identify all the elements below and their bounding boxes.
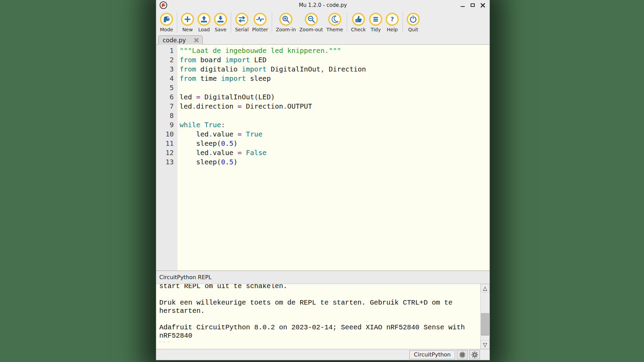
plus-icon [181,13,194,26]
toolbar-separator [347,12,347,32]
repl-output[interactable]: start REPL om uit te schakelen. Druk een… [156,284,480,342]
chip-icon [458,351,466,359]
code-line[interactable]: from digitalio import DigitalInOut, Dire… [180,65,490,74]
settings-button[interactable] [469,350,480,359]
code-line[interactable]: led.value = True [180,130,490,139]
desktop: { "window": { "title": "Mu 1.2.0 - code.… [0,0,644,362]
line-number-gutter: 12345678910111213 [156,45,178,271]
close-icon [480,3,485,8]
swap-arrows-icon [235,13,248,26]
toolbar-button-label: Load [198,27,210,32]
code-line[interactable] [180,83,490,92]
scrollbar-track[interactable] [481,293,490,340]
tab-close-button[interactable] [194,38,199,43]
download-tray-icon [214,13,227,26]
line-number: 10 [156,130,174,139]
quit-button[interactable]: Quit [405,13,421,32]
code-area[interactable]: """Laat de ingebouwde led knipperen."""f… [178,45,490,271]
code-line[interactable]: led.value = False [180,148,490,157]
code-editor[interactable]: 12345678910111213 """Laat de ingebouwde … [156,45,490,271]
toolbar-button-label: Serial [235,27,249,32]
line-number: 3 [156,65,174,74]
check-button[interactable]: Check [349,13,367,32]
crescent-moon-icon [328,13,341,26]
board-mode-indicator[interactable]: CircuitPython [409,350,455,359]
svg-text:?: ? [390,15,394,22]
line-number: 11 [156,139,174,148]
line-number: 9 [156,120,174,130]
mode-button[interactable]: Mode [158,13,175,32]
three-bars-icon [369,13,382,26]
help-button[interactable]: ?Help [384,13,400,32]
power-icon [407,13,420,26]
toolbar-button-label: Save [215,27,226,32]
toolbar-button-label: Help [387,27,398,32]
toolbar-separator [402,12,403,32]
scroll-down-button[interactable]: ▽ [481,340,490,349]
toolbar-button-label: Tidy [371,27,381,32]
code-line[interactable]: from time import sleep [180,74,490,83]
plotter-button[interactable]: Plotter [250,13,270,32]
window-title: Mu 1.2.0 - code.py [156,2,490,8]
magnifier-minus-icon [305,13,318,26]
magnifier-plus-icon [279,13,292,26]
line-number: 6 [156,92,174,102]
thumbs-up-icon [352,13,365,26]
status-bar: CircuitPython [156,349,490,360]
zoom-in-button[interactable]: Zoom-in [274,13,298,32]
line-number: 13 [156,157,174,167]
toolbar-button-label: Check [351,27,366,32]
scrollbar-thumb[interactable] [481,313,489,336]
repl-header-label: CircuitPython REPL [159,274,212,281]
close-x-icon [194,38,199,43]
line-number: 2 [156,55,174,65]
close-button[interactable] [480,2,485,8]
toolbar-button-label: Quit [408,27,418,32]
maximize-button[interactable] [470,2,475,8]
board-mode-label: CircuitPython [414,351,451,358]
toolbar-button-label: Mode [160,27,173,32]
save-button[interactable]: Save [212,13,229,32]
code-line[interactable]: """Laat de ingebouwde led knipperen.""" [180,46,490,55]
serial-button[interactable]: Serial [233,13,250,32]
code-line[interactable]: led = DigitalInOut(LED) [180,92,490,102]
code-line[interactable]: sleep(0.5) [180,139,490,148]
toolbar-button-label: Zoom-in [276,27,296,32]
toolbar-separator [231,12,231,32]
toolbar-button-label: Zoom-out [299,27,323,32]
toolbar-separator [272,12,272,32]
window-controls [460,0,485,10]
repl-header: CircuitPython REPL [156,271,490,284]
zoom-out-button[interactable]: Zoom-out [298,13,325,32]
line-number: 8 [156,111,174,120]
scroll-up-button[interactable]: △ [481,284,490,293]
theme-button[interactable]: Theme [325,13,345,32]
gear-icon [471,351,479,359]
code-line[interactable]: from board import LED [180,55,490,65]
toolbar-button-label: New [182,27,193,32]
line-number: 12 [156,148,174,157]
repl-pane: start REPL om uit te schakelen. Druk een… [156,284,490,349]
triangle-down-icon: ▽ [483,341,487,348]
tab-label: code.py [163,37,186,44]
device-connected-button[interactable] [457,350,468,359]
line-number: 4 [156,74,174,83]
load-button[interactable]: Load [196,13,212,32]
code-line[interactable] [180,111,490,120]
tidy-button[interactable]: Tidy [367,13,384,32]
code-line[interactable]: led.direction = Direction.OUTPUT [180,102,490,111]
pulse-wave-icon [254,13,267,26]
title-bar[interactable]: Mu 1.2.0 - code.py [156,0,490,10]
toolbar-button-label: Plotter [252,27,268,32]
mu-editor-window: Mu 1.2.0 - code.py ModeNewLoadSaveSerial… [156,0,490,360]
tab-code.py[interactable]: code.py [158,35,203,45]
code-line[interactable]: sleep(0.5) [180,157,490,167]
triangle-up-icon: △ [483,285,487,292]
repl-scrollbar: △ ▽ [480,284,490,349]
toolbar-separator [177,12,177,32]
code-line[interactable]: while True: [180,120,490,130]
line-number: 1 [156,46,174,55]
new-button[interactable]: New [179,13,196,32]
minimize-button[interactable] [460,2,465,8]
toolbar: ModeNewLoadSaveSerialPlotterZoom-inZoom-… [156,10,490,35]
